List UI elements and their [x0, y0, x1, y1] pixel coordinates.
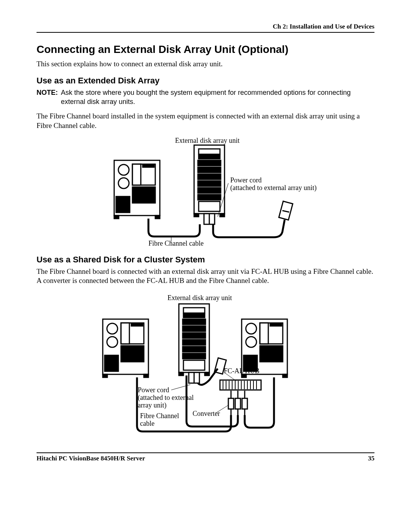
svg-rect-48 [179, 372, 183, 375]
svg-rect-39 [183, 308, 205, 313]
d2-ext-unit: External disk array unit [167, 294, 232, 302]
section-intro: This section explains how to connect an … [37, 59, 374, 69]
svg-rect-15 [198, 174, 221, 179]
svg-rect-16 [198, 181, 221, 186]
svg-rect-37 [144, 374, 148, 377]
d1-powercord: Power cord [230, 176, 261, 184]
diagram-cluster: External disk array unit Power cord (att… [61, 292, 350, 437]
svg-rect-12 [199, 155, 220, 159]
svg-rect-77 [242, 398, 247, 409]
svg-point-53 [246, 323, 256, 334]
d1-powercord2: (attached to external array unit) [230, 184, 317, 192]
svg-rect-61 [283, 374, 287, 377]
note-label: NOTE: [37, 88, 58, 107]
diagram-extended: External disk array unit Power cord (att… [72, 137, 339, 248]
sub2-body: The Fibre Channel board is connected wit… [37, 267, 374, 286]
svg-rect-9 [155, 216, 160, 219]
svg-rect-8 [114, 216, 119, 219]
svg-point-29 [107, 323, 118, 334]
svg-rect-11 [199, 149, 220, 154]
svg-rect-7 [116, 197, 130, 212]
svg-rect-14 [198, 167, 221, 173]
svg-rect-18 [198, 195, 221, 200]
svg-rect-5 [143, 165, 154, 167]
svg-point-1 [118, 165, 129, 175]
svg-rect-20 [194, 214, 199, 217]
svg-rect-46 [183, 353, 206, 359]
svg-rect-56 [260, 323, 268, 344]
diagram1-svg [72, 137, 339, 248]
svg-rect-17 [198, 188, 221, 193]
svg-rect-34 [121, 346, 144, 362]
d2-fccable1: Fibre Channel [140, 412, 179, 420]
svg-rect-49 [205, 372, 209, 375]
svg-rect-44 [183, 340, 206, 345]
subsection-extended: Use as an Extended Disk Array [37, 76, 374, 86]
d1-fccable: Fibre Channel cable [148, 240, 204, 248]
svg-rect-76 [235, 398, 241, 409]
section-title: Connecting an External Disk Array Unit (… [37, 43, 374, 56]
svg-rect-35 [105, 355, 118, 371]
note: NOTE: Ask the store where you bought the… [37, 88, 374, 107]
d2-powercord1: Power cord [138, 386, 169, 394]
svg-rect-47 [183, 360, 205, 370]
footer: Hitachi PC VisionBase 8450H/R Server 35 [37, 452, 374, 462]
d2-powercord3: array unit) [138, 401, 166, 409]
d2-fccable2: cable [140, 420, 155, 428]
svg-rect-40 [183, 314, 205, 318]
d1-ext-unit: External disk array unit [175, 137, 239, 145]
page: Ch 2: Installation and Use of Devices Co… [0, 0, 411, 478]
svg-rect-13 [198, 160, 221, 166]
svg-rect-24 [279, 201, 293, 220]
svg-rect-75 [228, 398, 234, 409]
d2-hub: FC-AL HUB [224, 367, 260, 375]
svg-rect-43 [183, 333, 206, 338]
svg-rect-41 [183, 319, 206, 324]
d2-converter: Converter [193, 410, 220, 418]
svg-rect-6 [132, 187, 155, 203]
svg-rect-19 [199, 201, 220, 211]
d2-powercord2: (attached to external [138, 394, 194, 402]
svg-rect-45 [183, 347, 206, 352]
svg-rect-58 [260, 346, 283, 362]
svg-point-2 [118, 178, 129, 189]
svg-rect-33 [131, 324, 143, 326]
running-head: Ch 2: Installation and Use of Devices [37, 23, 374, 33]
footer-product: Hitachi PC VisionBase 8450H/R Server [37, 455, 145, 462]
svg-rect-32 [121, 323, 129, 344]
sub1-body: The Fibre Channel board installed in the… [37, 112, 374, 130]
svg-rect-36 [103, 374, 107, 377]
svg-point-30 [107, 337, 118, 347]
svg-rect-21 [220, 214, 225, 217]
svg-rect-57 [270, 324, 282, 326]
svg-point-54 [246, 337, 256, 347]
svg-rect-42 [183, 326, 206, 331]
footer-page: 35 [368, 455, 374, 462]
subsection-cluster: Use as a Shared Disk for a Cluster Syste… [37, 255, 374, 265]
svg-rect-4 [132, 164, 141, 185]
note-text: Ask the store where you bought the syste… [60, 88, 374, 107]
